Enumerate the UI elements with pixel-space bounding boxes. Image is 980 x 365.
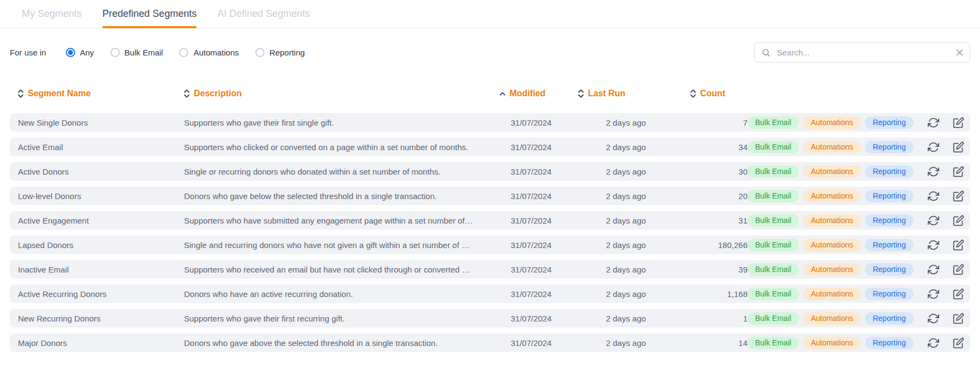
tag-automations[interactable]: Automations [803, 288, 861, 300]
radio-reporting[interactable]: Reporting [255, 48, 305, 57]
table-row[interactable]: Active Email Supporters who clicked or c… [10, 138, 970, 156]
tag-bulk-email[interactable]: Bulk Email [748, 337, 799, 349]
segment-description: Donors who gave below the selected thres… [184, 191, 500, 201]
tag-bulk-email[interactable]: Bulk Email [748, 116, 799, 129]
table-row[interactable]: Low-level Donors Donors who gave below t… [10, 187, 970, 205]
radio-icon[interactable] [255, 48, 265, 57]
segment-count: 39 [690, 265, 748, 274]
tab-ai-defined-segments[interactable]: AI Defined Segments [217, 0, 310, 28]
edit-icon[interactable] [953, 215, 964, 226]
tag-automations[interactable]: Automations [803, 165, 861, 178]
use-in-radio-group: Any Bulk Email Automations Reporting [66, 48, 321, 57]
table-row[interactable]: Active Donors Single or recurring donors… [10, 162, 970, 181]
refresh-icon[interactable] [928, 141, 939, 153]
tag-automations[interactable]: Automations [803, 239, 861, 251]
refresh-icon[interactable] [928, 239, 939, 251]
tag-bulk-email[interactable]: Bulk Email [748, 312, 799, 325]
tag-bulk-email[interactable]: Bulk Email [748, 190, 799, 202]
modified-date: 31/07/2024 [500, 167, 578, 176]
refresh-icon[interactable] [928, 215, 939, 226]
tag-reporting[interactable]: Reporting [865, 288, 914, 300]
radio-icon[interactable] [179, 48, 188, 57]
sort-icon[interactable] [690, 89, 696, 98]
tag-list: Bulk EmailAutomationsReporting [748, 214, 914, 227]
modified-date: 31/07/2024 [500, 143, 578, 152]
tag-reporting[interactable]: Reporting [865, 239, 914, 251]
tag-bulk-email[interactable]: Bulk Email [748, 214, 799, 227]
radio-icon[interactable] [111, 48, 120, 57]
tag-automations[interactable]: Automations [803, 116, 861, 129]
sort-icon[interactable] [500, 92, 505, 96]
tab-my-segments[interactable]: My Segments [22, 0, 82, 28]
tab-predefined-segments[interactable]: Predefined Segments [102, 0, 197, 28]
search-icon [761, 48, 771, 58]
table-row[interactable]: Lapsed Donors Single and recurring donor… [10, 236, 970, 254]
radio-any[interactable]: Any [66, 48, 94, 57]
edit-icon[interactable] [953, 288, 964, 300]
search-box[interactable] [754, 42, 970, 63]
tag-reporting[interactable]: Reporting [865, 190, 914, 202]
edit-icon[interactable] [953, 313, 964, 324]
tag-reporting[interactable]: Reporting [865, 165, 914, 178]
refresh-icon[interactable] [928, 190, 939, 202]
edit-icon[interactable] [953, 166, 964, 177]
edit-icon[interactable] [953, 337, 964, 349]
sort-icon[interactable] [578, 89, 584, 98]
table-row[interactable]: Major Donors Donors who gave above the s… [10, 333, 970, 352]
segment-name: New Recurring Donors [18, 314, 184, 323]
tag-automations[interactable]: Automations [803, 141, 861, 153]
tag-automations[interactable]: Automations [803, 337, 861, 349]
tag-bulk-email[interactable]: Bulk Email [748, 165, 799, 178]
search-input[interactable] [776, 47, 951, 58]
filter-label: For use in [10, 48, 46, 57]
last-run: 2 days ago [578, 216, 690, 225]
refresh-icon[interactable] [928, 166, 939, 177]
table-row[interactable]: Active Recurring Donors Donors who have … [10, 284, 970, 303]
table-row[interactable]: New Recurring Donors Supporters who gave… [10, 309, 970, 327]
edit-icon[interactable] [953, 190, 964, 202]
segment-description: Donors who gave above the selected thres… [184, 338, 500, 348]
tag-reporting[interactable]: Reporting [865, 116, 914, 129]
sort-icon[interactable] [18, 89, 23, 98]
column-header-count: Count [690, 89, 748, 98]
clear-search-icon[interactable] [956, 49, 963, 56]
segment-name: Low-level Donors [18, 191, 184, 201]
tag-bulk-email[interactable]: Bulk Email [748, 141, 799, 153]
tag-automations[interactable]: Automations [803, 214, 861, 227]
sort-icon[interactable] [184, 89, 189, 98]
edit-icon[interactable] [953, 239, 964, 251]
tag-reporting[interactable]: Reporting [865, 141, 914, 153]
tag-reporting[interactable]: Reporting [865, 263, 914, 276]
tag-bulk-email[interactable]: Bulk Email [748, 263, 799, 276]
refresh-icon[interactable] [928, 337, 939, 349]
radio-automations[interactable]: Automations [179, 48, 238, 57]
tag-automations[interactable]: Automations [803, 263, 861, 276]
modified-date: 31/07/2024 [500, 265, 578, 274]
radio-icon[interactable] [66, 48, 75, 57]
table-row[interactable]: Active Engagement Supporters who have su… [10, 211, 970, 230]
chevron-up-icon [690, 89, 696, 93]
edit-icon[interactable] [953, 141, 964, 153]
column-header-description: Description [184, 89, 500, 98]
refresh-icon[interactable] [928, 288, 939, 300]
last-run: 2 days ago [578, 167, 690, 176]
tag-reporting[interactable]: Reporting [865, 214, 914, 227]
tag-bulk-email[interactable]: Bulk Email [748, 288, 799, 300]
edit-icon[interactable] [953, 264, 964, 275]
radio-bulk-email[interactable]: Bulk Email [111, 48, 163, 57]
tag-reporting[interactable]: Reporting [865, 312, 914, 325]
table-row[interactable]: New Single Donors Supporters who gave th… [10, 113, 970, 132]
tag-bulk-email[interactable]: Bulk Email [748, 239, 799, 251]
tag-reporting[interactable]: Reporting [865, 337, 914, 349]
segment-name: New Single Donors [18, 118, 184, 127]
tag-list: Bulk EmailAutomationsReporting [748, 116, 914, 129]
table-row[interactable]: Inactive Email Supporters who received a… [10, 260, 970, 279]
refresh-icon[interactable] [928, 313, 939, 324]
refresh-icon[interactable] [928, 264, 939, 275]
last-run: 2 days ago [578, 338, 690, 348]
tag-automations[interactable]: Automations [803, 190, 861, 202]
refresh-icon[interactable] [928, 117, 939, 128]
edit-icon[interactable] [953, 117, 964, 128]
tag-automations[interactable]: Automations [803, 312, 861, 325]
filter-controls: For use in Any Bulk Email Automations Re… [10, 42, 970, 63]
